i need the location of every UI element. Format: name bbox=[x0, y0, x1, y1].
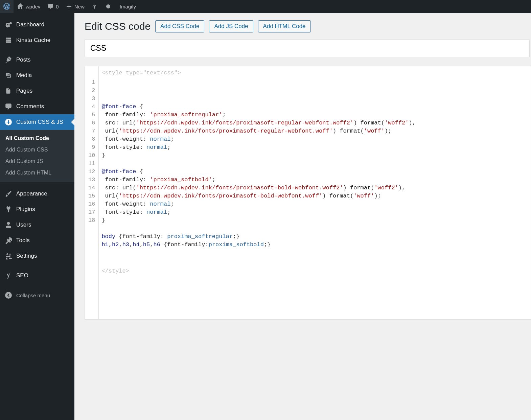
wrench-icon bbox=[5, 237, 12, 244]
collapse-menu[interactable]: Collapse menu bbox=[0, 287, 74, 303]
yoast-icon bbox=[91, 3, 98, 10]
plug-icon bbox=[5, 206, 12, 213]
code-line: } bbox=[101, 216, 527, 225]
collapse-label: Collapse menu bbox=[16, 293, 50, 298]
submenu-add-css[interactable]: Add Custom CSS bbox=[0, 144, 74, 156]
code-line: h1,h2,h3,h4,h5,h6 {font-family:proxima_s… bbox=[101, 241, 527, 249]
sidebar-item-tools[interactable]: Tools bbox=[0, 233, 74, 248]
wordpress-icon bbox=[3, 3, 10, 10]
line-number: 1 bbox=[88, 78, 95, 87]
line-number: 3 bbox=[88, 95, 95, 103]
line-number: 14 bbox=[88, 184, 95, 192]
code-line: url('https://cdn.wpdev.ink/fonts/proxima… bbox=[101, 127, 527, 135]
svg-point-8 bbox=[5, 292, 12, 299]
button-label: Add CSS Code bbox=[160, 23, 199, 29]
admin-bar: wpdev 0 New Imagify bbox=[0, 0, 531, 13]
line-number: 11 bbox=[88, 160, 95, 168]
svg-point-5 bbox=[7, 40, 7, 41]
sidebar-label: Custom CSS & JS bbox=[16, 119, 63, 125]
line-number: 15 bbox=[88, 192, 95, 200]
line-number: 12 bbox=[88, 168, 95, 176]
line-number: 10 bbox=[88, 151, 95, 160]
admin-sidebar: Dashboard Kinsta Cache Posts Media Pages… bbox=[0, 13, 74, 420]
code-line: src: url('https://cdn.wpdev.ink/fonts/pr… bbox=[101, 184, 527, 192]
comments-link[interactable]: 0 bbox=[44, 0, 62, 13]
code-line: font-weight: normal; bbox=[101, 200, 527, 208]
sidebar-item-users[interactable]: Users bbox=[0, 217, 74, 233]
sidebar-item-kinsta[interactable]: Kinsta Cache bbox=[0, 32, 74, 48]
sidebar-label: Media bbox=[16, 72, 32, 79]
imagify-label: Imagify bbox=[120, 4, 136, 9]
sidebar-item-media[interactable]: Media bbox=[0, 68, 74, 83]
home-icon bbox=[17, 3, 24, 10]
submenu-all-code[interactable]: All Custom Code bbox=[0, 133, 74, 144]
submenu-label: Add Custom HTML bbox=[5, 170, 51, 176]
pin-icon bbox=[5, 56, 12, 64]
imagify-link[interactable]: Imagify bbox=[116, 0, 139, 13]
sidebar-label: Users bbox=[16, 221, 31, 228]
line-number: 7 bbox=[88, 127, 95, 135]
sidebar-item-pages[interactable]: Pages bbox=[0, 83, 74, 99]
chevron-left-circle-icon bbox=[5, 291, 12, 299]
svg-rect-1 bbox=[6, 38, 11, 39]
code-line: @font-face { bbox=[101, 103, 527, 111]
comments-count: 0 bbox=[56, 4, 59, 9]
submenu-add-html[interactable]: Add Custom HTML bbox=[0, 167, 74, 179]
sidebar-item-custom-css-js[interactable]: Custom CSS & JS bbox=[0, 114, 74, 130]
sidebar-label: Tools bbox=[16, 237, 30, 244]
svg-point-0 bbox=[106, 4, 110, 8]
yoast-link[interactable] bbox=[88, 0, 101, 13]
sidebar-label: Comments bbox=[16, 103, 44, 110]
submenu-label: Add Custom CSS bbox=[5, 147, 48, 153]
line-number: 18 bbox=[88, 216, 95, 225]
sidebar-label: Pages bbox=[16, 88, 32, 94]
add-js-button[interactable]: Add JS Code bbox=[209, 20, 253, 32]
code-line bbox=[101, 225, 527, 233]
code-area[interactable]: <style type="text/css"> @font-face { fon… bbox=[99, 66, 531, 319]
line-number: 8 bbox=[88, 135, 95, 143]
sidebar-item-seo[interactable]: SEO bbox=[0, 268, 74, 283]
add-html-button[interactable]: Add HTML Code bbox=[258, 20, 311, 32]
media-icon bbox=[5, 72, 12, 79]
code-editor[interactable]: 123456789101112131415161718 <style type=… bbox=[85, 66, 531, 320]
user-icon bbox=[5, 221, 12, 229]
site-home[interactable]: wpdev bbox=[14, 0, 44, 13]
sidebar-item-comments[interactable]: Comments bbox=[0, 99, 74, 114]
sidebar-submenu: All Custom Code Add Custom CSS Add Custo… bbox=[0, 130, 74, 182]
code-line: font-family: 'proxima_softregular'; bbox=[101, 111, 527, 119]
sidebar-item-settings[interactable]: Settings bbox=[0, 248, 74, 264]
style-open-tag: <style type="text/css"> bbox=[101, 69, 181, 77]
sidebar-item-plugins[interactable]: Plugins bbox=[0, 202, 74, 217]
post-title-input[interactable] bbox=[85, 39, 530, 57]
plus-circle-icon bbox=[5, 118, 12, 126]
sidebar-label: Plugins bbox=[16, 206, 35, 213]
page-title: Edit CSS code bbox=[85, 21, 151, 32]
wp-logo[interactable] bbox=[0, 0, 14, 13]
submenu-label: Add Custom JS bbox=[5, 158, 43, 164]
line-number: 13 bbox=[88, 176, 95, 184]
svg-point-4 bbox=[7, 38, 7, 39]
code-line: url('https://cdn.wpdev.ink/fonts/proxima… bbox=[101, 192, 527, 200]
sidebar-label: Posts bbox=[16, 56, 31, 63]
yoast-icon bbox=[5, 272, 12, 279]
line-gutter: 123456789101112131415161718 bbox=[85, 66, 99, 319]
pages-icon bbox=[5, 87, 12, 95]
sidebar-item-posts[interactable]: Posts bbox=[0, 52, 74, 68]
kinsta-icon bbox=[5, 37, 12, 44]
add-css-button[interactable]: Add CSS Code bbox=[155, 20, 204, 32]
sidebar-label: Kinsta Cache bbox=[16, 37, 50, 44]
sidebar-item-dashboard[interactable]: Dashboard bbox=[0, 17, 74, 32]
sidebar-item-appearance[interactable]: Appearance bbox=[0, 186, 74, 202]
button-label: Add JS Code bbox=[214, 23, 248, 29]
brush-icon bbox=[5, 190, 12, 197]
code-line: font-weight: normal; bbox=[101, 135, 527, 143]
site-name: wpdev bbox=[26, 4, 40, 9]
submenu-add-js[interactable]: Add Custom JS bbox=[0, 156, 74, 167]
sidebar-label: SEO bbox=[16, 272, 28, 279]
new-content[interactable]: New bbox=[62, 0, 88, 13]
line-number: 5 bbox=[88, 111, 95, 119]
sidebar-label: Dashboard bbox=[16, 21, 44, 28]
comments-icon bbox=[5, 103, 12, 110]
status-dot[interactable] bbox=[101, 0, 115, 13]
style-close-tag: </style> bbox=[101, 267, 527, 275]
